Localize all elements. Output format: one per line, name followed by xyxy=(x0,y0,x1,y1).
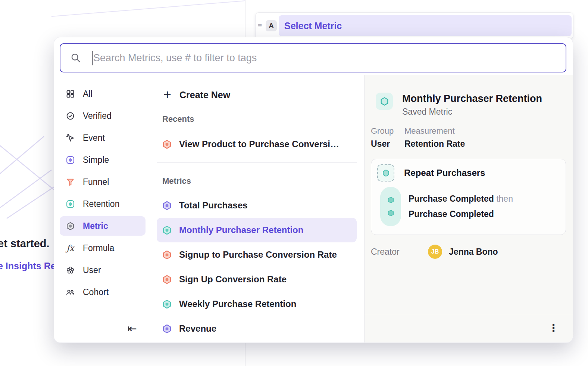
sidebar-item-retention[interactable]: Retention xyxy=(60,194,146,214)
funnel-icon xyxy=(66,177,75,187)
query-builder-row: ≡ A Select Metric xyxy=(255,12,573,39)
measurement-label: Measurement xyxy=(404,126,465,136)
creator-label: Creator xyxy=(371,247,428,257)
metric-detail-panel: Monthly Purchaser Retention Saved Metric… xyxy=(365,75,573,342)
simple-metric-icon xyxy=(162,324,172,334)
step-hexagon-icon xyxy=(387,209,395,217)
sidebar-item-label: Funnel xyxy=(83,177,109,187)
recent-item[interactable]: View Product to Purchase Conversi… xyxy=(157,132,357,156)
sidebar-item-label: User xyxy=(83,265,101,275)
decorative-top-line xyxy=(49,0,246,19)
search-box xyxy=(60,43,566,72)
create-new-button[interactable]: + Create New xyxy=(163,87,364,103)
detail-header: Monthly Purchaser Retention Saved Metric xyxy=(376,93,573,117)
cursor-event-icon xyxy=(66,133,75,143)
saved-metric-card-title: Repeat Purchasers xyxy=(404,168,485,178)
funnel-metric-icon xyxy=(162,274,172,285)
metric-item-signup-to-purchase-conversion-rate[interactable]: Signup to Purchase Conversion Rate xyxy=(157,242,357,267)
drag-handle-icon[interactable]: ≡ xyxy=(258,22,262,30)
funnel-step-1: Purchase Completed then xyxy=(409,191,513,207)
metric-item-sign-up-conversion-rate[interactable]: Sign Up Conversion Rate xyxy=(157,267,357,292)
formula-fx-icon: ƒx xyxy=(66,244,75,253)
retention-metric-icon xyxy=(162,299,172,309)
funnel-steps-text: Purchase Completed then Purchase Complet… xyxy=(409,187,513,226)
simple-metric-icon xyxy=(162,201,172,211)
retention-icon xyxy=(66,199,75,209)
sidebar-item-label: Event xyxy=(83,133,105,143)
metric-item-label: Signup to Purchase Conversion Rate xyxy=(179,249,337,260)
filter-sidebar: All Verified Event xyxy=(54,75,149,342)
sidebar-item-event[interactable]: Event xyxy=(60,128,146,148)
step-hexagon-icon xyxy=(387,196,395,204)
sidebar-item-label: Simple xyxy=(83,155,109,165)
saved-metric-card: Repeat Purchasers Purchase Completed the… xyxy=(371,159,566,235)
repeat-purchasers-icon xyxy=(377,164,394,182)
sidebar-item-label: Retention xyxy=(83,199,119,209)
metric-item-label: Weekly Purchase Retention xyxy=(179,299,296,309)
retention-metric-icon xyxy=(376,93,393,110)
collapse-sidebar-icon[interactable]: ⇤ xyxy=(128,322,137,335)
background-report-link[interactable]: e Insights Re xyxy=(0,261,56,272)
sidebar-item-label: Metric xyxy=(83,221,108,231)
metric-item-total-purchases[interactable]: Total Purchases xyxy=(157,193,357,218)
metric-item-label: Total Purchases xyxy=(179,200,248,211)
metric-item-weekly-purchase-retention[interactable]: Weekly Purchase Retention xyxy=(157,292,357,316)
creator-name: Jenna Bono xyxy=(449,247,498,257)
select-metric-field[interactable]: Select Metric xyxy=(279,15,572,36)
sidebar-item-label: Cohort xyxy=(83,287,109,297)
verified-badge-icon xyxy=(66,111,75,121)
retention-metric-icon xyxy=(162,225,172,235)
detail-subtitle: Saved Metric xyxy=(402,107,542,117)
funnel-step-2: Purchase Completed xyxy=(409,207,513,222)
metric-item-monthly-purchaser-retention[interactable]: Monthly Purchaser Retention xyxy=(157,218,357,242)
sidebar-item-user[interactable]: User xyxy=(60,260,146,280)
sidebar-item-label: Verified xyxy=(83,111,112,121)
funnel-metric-icon xyxy=(162,250,172,260)
list-divider xyxy=(157,162,357,163)
recent-item-label: View Product to Purchase Conversi… xyxy=(179,139,339,149)
metric-item-label: Monthly Purchaser Retention xyxy=(179,225,303,235)
detail-meta: Group User Measurement Retention Rate xyxy=(371,126,573,149)
app-background: et started. e Insights Re ≡ A Select Met… xyxy=(0,0,588,366)
select-metric-label: Select Metric xyxy=(284,21,342,31)
measurement-value: Retention Rate xyxy=(404,139,465,149)
creator-row: Creator JB Jenna Bono xyxy=(371,245,573,259)
user-flower-icon xyxy=(66,266,75,275)
sidebar-item-label: Formula xyxy=(83,243,114,253)
cohort-people-icon xyxy=(66,288,75,297)
background-heading-fragment: et started. xyxy=(0,238,50,250)
sidebar-item-label: All xyxy=(83,89,93,99)
search-input[interactable] xyxy=(60,44,566,72)
avatar: JB xyxy=(428,245,442,259)
detail-footer: ⋮ xyxy=(365,314,573,342)
metric-item-label: Revenue xyxy=(179,323,216,334)
sidebar-item-cohort[interactable]: Cohort xyxy=(60,282,146,302)
metric-item-label: Sign Up Conversion Rate xyxy=(179,274,287,285)
sidebar-item-formula[interactable]: ƒx Formula xyxy=(60,238,146,258)
metric-hexagon-icon xyxy=(66,221,75,231)
metric-item-revenue[interactable]: Revenue xyxy=(157,316,357,341)
simple-metric-icon xyxy=(66,155,75,165)
sidebar-item-funnel[interactable]: Funnel xyxy=(60,172,146,192)
plus-icon: + xyxy=(163,88,171,102)
sidebar-item-all[interactable]: All xyxy=(60,84,146,103)
metrics-header: Metrics xyxy=(162,176,364,186)
row-letter-badge: A xyxy=(266,20,277,31)
sidebar-footer: ⇤ xyxy=(54,314,149,342)
group-value: User xyxy=(371,139,404,149)
metric-list: + Create New Recents View Product to Pur… xyxy=(149,75,365,342)
more-options-icon[interactable]: ⋮ xyxy=(548,322,559,334)
group-label: Group xyxy=(371,126,404,136)
metric-picker-modal: All Verified Event xyxy=(54,37,573,342)
funnel-metric-icon xyxy=(162,139,172,149)
detail-title: Monthly Purchaser Retention xyxy=(402,93,542,105)
grid-icon xyxy=(66,89,75,99)
sidebar-item-simple[interactable]: Simple xyxy=(60,150,146,170)
sidebar-item-verified[interactable]: Verified xyxy=(60,106,146,125)
create-new-label: Create New xyxy=(179,90,230,100)
sidebar-item-metric[interactable]: Metric xyxy=(60,216,146,236)
funnel-steps-icon xyxy=(380,187,401,226)
recents-header: Recents xyxy=(162,114,364,124)
